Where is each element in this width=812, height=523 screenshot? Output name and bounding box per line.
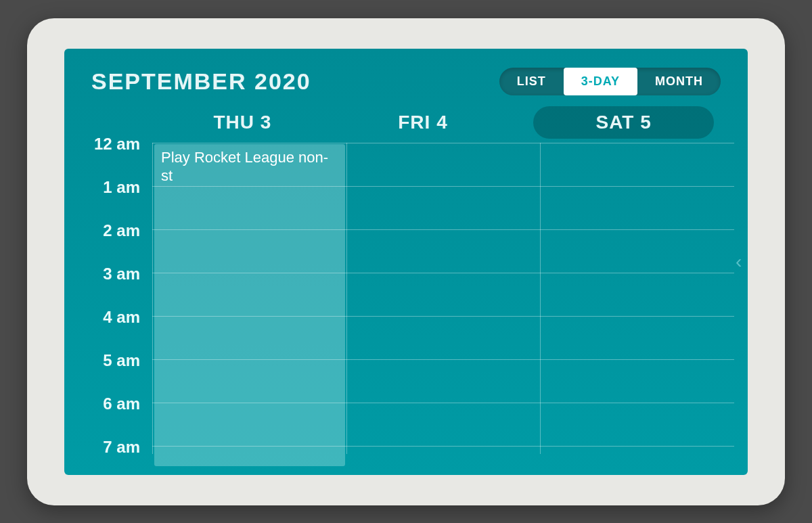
screen: SEPTEMBER 2020 LIST 3-DAY MONTH THU 3 FR… <box>64 49 748 475</box>
day-header-sat[interactable]: SAT 5 <box>533 106 714 139</box>
day-header-fri[interactable]: FRI 4 <box>333 106 514 139</box>
view-3day-button[interactable]: 3-DAY <box>564 68 637 95</box>
calendar-grid-wrap: 12 am 1 am 2 am 3 am 4 am 5 am 6 am 7 am… <box>64 143 748 454</box>
time-label: 12 am <box>64 136 152 179</box>
time-label: 7 am <box>64 439 152 475</box>
hour-line <box>152 316 734 317</box>
time-label: 2 am <box>64 223 152 266</box>
view-list-button[interactable]: LIST <box>499 68 564 95</box>
time-label: 1 am <box>64 179 152 223</box>
day-column-sat[interactable] <box>540 143 734 454</box>
hour-line <box>152 359 734 360</box>
day-column-thu[interactable]: Play Rocket League non-st <box>152 143 346 454</box>
day-header-thu[interactable]: THU 3 <box>152 106 333 139</box>
hour-line <box>152 143 734 143</box>
calendar-grid[interactable]: Play Rocket League non-st <box>152 143 734 454</box>
page-title: SEPTEMBER 2020 <box>91 68 311 95</box>
time-label: 6 am <box>64 396 152 439</box>
time-axis: 12 am 1 am 2 am 3 am 4 am 5 am 6 am 7 am <box>64 143 152 475</box>
hour-line <box>152 403 734 403</box>
device-frame: SEPTEMBER 2020 LIST 3-DAY MONTH THU 3 FR… <box>27 18 785 505</box>
calendar-event[interactable]: Play Rocket League non-st <box>154 144 345 466</box>
hour-line <box>152 446 734 447</box>
time-label: 3 am <box>64 266 152 309</box>
time-label: 5 am <box>64 353 152 396</box>
day-column-fri[interactable] <box>346 143 541 454</box>
header: SEPTEMBER 2020 LIST 3-DAY MONTH <box>64 49 748 101</box>
chevron-left-icon[interactable]: ‹ <box>736 248 745 275</box>
day-headers: THU 3 FRI 4 SAT 5 <box>64 106 748 139</box>
hour-line <box>152 229 734 230</box>
hour-line <box>152 273 734 273</box>
view-toggle: LIST 3-DAY MONTH <box>499 68 721 95</box>
hour-line <box>152 186 734 187</box>
view-month-button[interactable]: MONTH <box>637 68 721 95</box>
time-label: 4 am <box>64 309 152 353</box>
